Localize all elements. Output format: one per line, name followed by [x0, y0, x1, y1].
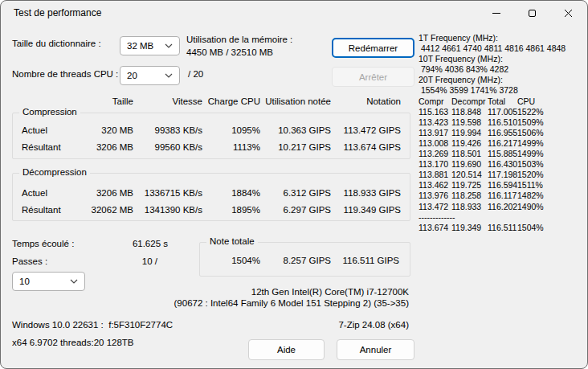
cell-speed: 99560 KB/s	[155, 142, 202, 152]
cpu-model-line: 12th Gen Intel(R) Core(TM) i7-12700K	[251, 287, 409, 297]
help-button[interactable]: Aide	[248, 339, 325, 360]
frequency-line: 10T Frequency (MHz):	[419, 54, 566, 64]
threads-total: / 20	[188, 69, 203, 79]
log-cell: 1522%	[517, 107, 549, 117]
frequency-line: 4412 4661 4740 4811 4816 4861 4848	[419, 43, 566, 54]
row-label: Actuel	[22, 125, 47, 135]
window-controls	[478, 2, 586, 25]
column-header-usage: Utilisation notée	[265, 96, 331, 106]
total-usage-value: 8.257 GIPS	[284, 256, 331, 265]
cell-size: 320 MB	[101, 125, 133, 135]
log-cell: 113.170	[419, 159, 451, 170]
log-row: 113.170119.690116.4301503%	[419, 159, 566, 170]
log-cell: 116.594	[488, 180, 517, 191]
log-cell: 116.510	[488, 117, 517, 128]
log-row: 113.976118.258116.1171482%	[419, 191, 566, 201]
sevenzip-version: 7-Zip 24.08 (x64)	[338, 320, 409, 330]
chevron-down-icon	[165, 43, 173, 48]
log-cell: 118.848	[451, 107, 488, 117]
log-row: 113.881120.514117.1981520%	[419, 170, 566, 180]
cell-cpu: 1895%	[231, 205, 260, 215]
log-cell: 115.885	[488, 149, 517, 159]
log-cell: 113.881	[419, 170, 451, 180]
log-cell: 118.258	[451, 191, 488, 201]
cell-usage: 6.312 GIPS	[284, 188, 331, 198]
log-cell: 1499%	[517, 149, 549, 159]
log-cell: 1511%	[517, 180, 549, 191]
threads-select[interactable]: 20	[120, 66, 180, 85]
stop-button[interactable]: Arrêter	[332, 67, 414, 87]
log-row: 113.917119.994116.9551506%	[419, 128, 566, 138]
elapsed-label: Temps écoulé :	[12, 239, 74, 248]
passes-select[interactable]: 10	[12, 272, 85, 291]
log-header-row: ComprDecomprTotalCPU	[419, 96, 566, 107]
cpu-family-line: (90672 : Intel64 Family 6 Model 151 Step…	[174, 298, 409, 308]
restart-button[interactable]: Redémarrer	[332, 38, 414, 58]
frequency-line: 1T Frequency (MHz):	[419, 33, 566, 43]
log-cell: 113.917	[419, 128, 451, 138]
log-cell: 1520%	[517, 170, 549, 180]
benchmark-log: 1T Frequency (MHz): 4412 4661 4740 4811 …	[419, 33, 566, 233]
dictionary-size-select[interactable]: 32 MB	[120, 36, 180, 55]
log-row: 113.462119.725116.5941511%	[419, 180, 566, 191]
cell-cpu: 1113%	[233, 142, 260, 152]
close-icon	[564, 9, 573, 18]
log-cell: 116.202	[488, 202, 517, 212]
cell-size: 3206 MB	[96, 142, 133, 152]
cell-cpu: 1095%	[231, 125, 260, 135]
log-cell: 118.501	[451, 149, 488, 159]
log-cell: Compr	[419, 96, 451, 107]
log-cell: 119.598	[451, 117, 488, 128]
log-cell: 117.005	[488, 107, 517, 117]
log-cell: 1499%	[517, 138, 549, 149]
passes-value: 10 /	[142, 256, 157, 266]
cancel-button[interactable]: Annuler	[337, 339, 414, 360]
log-cell: 113.008	[419, 138, 451, 149]
log-cell: 1506%	[517, 128, 549, 138]
cell-size: 3206 MB	[96, 188, 133, 198]
log-cell: 113.423	[419, 117, 451, 128]
log-row: 113.423119.598116.5101509%	[419, 117, 566, 128]
column-header-rating: Notation	[366, 96, 401, 106]
log-cell: 119.994	[451, 128, 488, 138]
window-title: Test de performance	[14, 7, 101, 18]
close-button[interactable]	[550, 2, 586, 25]
passes-label: Passes :	[12, 256, 47, 266]
log-cell: CPU	[517, 96, 549, 107]
frequency-line: 794% 4036 843% 4282	[419, 64, 566, 75]
chevron-down-icon	[165, 73, 173, 78]
log-separator: -------------	[419, 212, 566, 223]
cell-rating: 113.674 GIPS	[344, 142, 401, 152]
frequency-line: 1554% 3599 1741% 3728	[419, 85, 566, 96]
log-row: 113.269118.501115.8851499%	[419, 149, 566, 159]
cell-rating: 119.349 GIPS	[344, 205, 401, 215]
row-label: Résultant	[22, 205, 61, 215]
elapsed-value: 61.625 s	[133, 239, 168, 248]
log-cell: 119.426	[451, 138, 488, 149]
decompression-group-title: Décompression	[19, 167, 90, 177]
log-row: 113.472118.933116.2021490%	[419, 202, 566, 212]
row-label: Résultant	[22, 142, 61, 152]
log-cell: 116.117	[488, 191, 517, 201]
minimize-button[interactable]	[478, 2, 514, 25]
cell-usage: 10.217 GIPS	[278, 142, 331, 152]
log-cell: 116.511	[488, 223, 517, 233]
cell-usage: 6.297 GIPS	[284, 205, 331, 215]
maximize-button[interactable]	[514, 2, 550, 25]
log-cell: 119.725	[451, 180, 488, 191]
log-cell: Decompr	[451, 96, 488, 107]
total-rating-value: 116.511 GIPS	[342, 256, 399, 265]
minimize-icon	[492, 13, 500, 14]
threads-label: Nombre de threads CPU :	[12, 69, 118, 79]
titlebar: Test de performance	[1, 1, 587, 25]
memory-usage-label: Utilisation de la mémoire :	[186, 35, 292, 44]
log-cell: 113.462	[419, 180, 451, 191]
log-cell: 1503%	[517, 159, 549, 170]
chevron-down-icon	[70, 279, 78, 284]
cell-speed: 99383 KB/s	[155, 125, 202, 135]
log-cell: 113.674	[419, 223, 451, 233]
dictionary-size-label: Taille du dictionnaire :	[12, 39, 101, 48]
log-cell: 116.430	[488, 159, 517, 170]
log-row: 113.008119.426116.2171499%	[419, 138, 566, 149]
log-cell: 1490%	[517, 202, 549, 212]
